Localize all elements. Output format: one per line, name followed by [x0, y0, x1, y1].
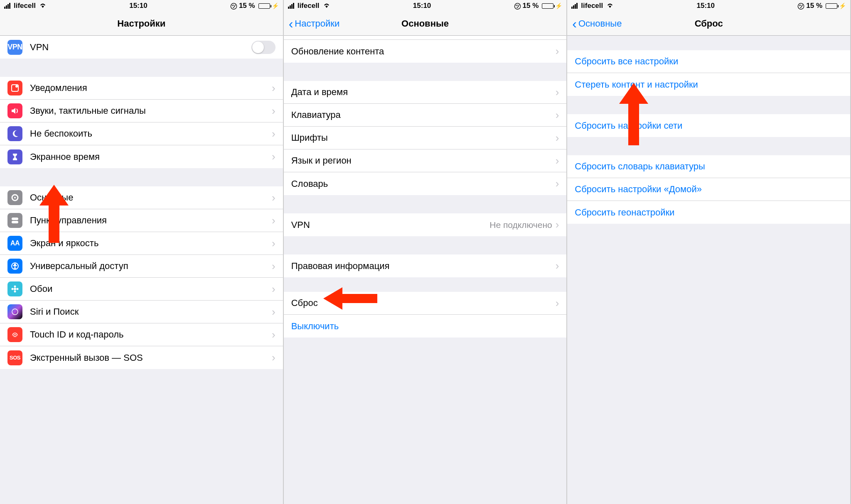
chevron-right-icon: › — [556, 154, 559, 167]
dnd-row[interactable]: Не беспокоить › — [0, 122, 283, 145]
reset-home-label: Сбросить настройки «Домой» — [575, 184, 843, 195]
language-row[interactable]: Язык и регион› — [284, 149, 567, 172]
chevron-right-icon: › — [272, 306, 275, 318]
svg-rect-4 — [12, 218, 18, 220]
chevron-right-icon: › — [272, 351, 275, 364]
erase-all-row[interactable]: Стереть контент и настройки — [567, 73, 850, 96]
chevron-right-icon: › — [556, 86, 559, 99]
battery-pct: 15 % — [523, 2, 539, 10]
textsize-icon: AA — [7, 236, 22, 251]
reset-all-label: Сбросить все настройки — [575, 56, 843, 67]
vpn-row[interactable]: VPN Не подключено › — [284, 213, 567, 236]
vpn-value: Не подключено — [489, 220, 552, 230]
wallpaper-row[interactable]: Обои › — [0, 278, 283, 301]
display-row[interactable]: AA Экран и яркость › — [0, 232, 283, 255]
screentime-row[interactable]: Экранное время › — [0, 145, 283, 168]
chevron-right-icon: › — [272, 283, 275, 296]
svg-point-3 — [14, 197, 16, 198]
sos-row[interactable]: SOS Экстренный вызов — SOS › — [0, 346, 283, 369]
status-left: lifecell — [4, 2, 47, 10]
battery-pct: 15 % — [806, 2, 822, 10]
wifi-icon — [323, 2, 330, 10]
status-bar: lifecell 15:10 ㋡ 15 % ⚡ — [284, 0, 567, 12]
orientation-lock-icon: ㋡ — [797, 1, 804, 11]
chevron-right-icon: › — [556, 297, 559, 310]
status-bar: lifecell 15:10 ㋡ 15 % ⚡ — [567, 0, 850, 12]
chevron-right-icon: › — [272, 214, 275, 227]
keyboard-row[interactable]: Клавиатура› — [284, 104, 567, 127]
back-button[interactable]: ‹ Настройки — [289, 18, 340, 29]
chevron-left-icon: ‹ — [289, 20, 293, 27]
keyboard-label: Клавиатура — [291, 110, 556, 120]
svg-point-10 — [14, 291, 16, 293]
chevron-right-icon: › — [272, 237, 275, 250]
siri-row[interactable]: Siri и Поиск › — [0, 301, 283, 323]
status-time: 15:10 — [413, 2, 431, 10]
dictionary-row[interactable]: Словарь› — [284, 172, 567, 195]
notifications-icon — [7, 81, 22, 95]
signal-icon — [4, 3, 10, 9]
touchid-row[interactable]: Touch ID и код-пароль › — [0, 323, 283, 346]
group-notifications: Уведомления › Звуки, тактильные сигналы … — [0, 77, 283, 168]
sounds-row[interactable]: Звуки, тактильные сигналы › — [0, 100, 283, 122]
charging-icon: ⚡ — [839, 2, 846, 9]
chevron-right-icon: › — [556, 45, 559, 58]
vpn-icon: VPN — [7, 40, 22, 55]
status-time: 15:10 — [129, 2, 147, 10]
reset-network-row[interactable]: Сбросить настройки сети — [567, 114, 850, 137]
reset-location-row[interactable]: Сбросить геонастройки — [567, 201, 850, 224]
vpn-label: VPN — [30, 42, 251, 53]
vpn-label: VPN — [291, 220, 490, 230]
reset-network-label: Сбросить настройки сети — [575, 120, 843, 131]
reset-all-row[interactable]: Сбросить все настройки — [567, 50, 850, 73]
back-button[interactable]: ‹ Основные — [572, 18, 622, 29]
dictionary-label: Словарь — [291, 179, 556, 189]
nav-header: ‹ Настройки Основные — [284, 12, 567, 36]
accessibility-row[interactable]: Универсальный доступ › — [0, 255, 283, 278]
accessibility-icon — [7, 259, 22, 274]
chevron-right-icon: › — [272, 127, 275, 140]
group-content-update: Обновление контента › — [284, 40, 567, 63]
vpn-row[interactable]: VPN VPN — [0, 36, 283, 59]
fonts-row[interactable]: Шрифты› — [284, 127, 567, 149]
group-reset-other: Сбросить словарь клавиатуры Сбросить нас… — [567, 155, 850, 224]
wifi-icon — [606, 2, 614, 10]
notifications-row[interactable]: Уведомления › — [0, 77, 283, 100]
chevron-right-icon: › — [272, 260, 275, 273]
sos-icon: SOS — [7, 350, 22, 365]
chevron-right-icon: › — [272, 191, 275, 204]
general-row[interactable]: Основные › — [0, 186, 283, 209]
shutdown-label: Выключить — [291, 321, 559, 332]
display-label: Экран и яркость — [30, 238, 272, 249]
fingerprint-icon — [7, 327, 22, 342]
group-vpn: VPN VPN — [0, 36, 283, 59]
control-center-row[interactable]: Пункт управления › — [0, 209, 283, 232]
fonts-label: Шрифты — [291, 132, 556, 143]
content-update-row[interactable]: Обновление контента › — [284, 40, 567, 63]
svg-point-9 — [14, 286, 16, 288]
general-label: Основные — [30, 192, 272, 203]
accessibility-label: Универсальный доступ — [30, 261, 272, 272]
group-reset-network: Сбросить настройки сети — [567, 114, 850, 137]
reset-home-row[interactable]: Сбросить настройки «Домой» — [567, 178, 850, 201]
nav-header: Настройки — [0, 12, 283, 36]
orientation-lock-icon: ㋡ — [230, 1, 237, 11]
carrier-label: lifecell — [298, 2, 320, 10]
flower-icon — [7, 281, 22, 296]
chevron-right-icon: › — [272, 150, 275, 163]
dnd-label: Не беспокоить — [30, 128, 272, 139]
shutdown-row[interactable]: Выключить — [284, 315, 567, 338]
group-vpn: VPN Не подключено › — [284, 213, 567, 236]
group-datetime: Дата и время› Клавиатура› Шрифты› Язык и… — [284, 81, 567, 195]
chevron-right-icon: › — [556, 109, 559, 122]
reset-dictionary-label: Сбросить словарь клавиатуры — [575, 161, 843, 172]
legal-label: Правовая информация — [291, 261, 556, 272]
reset-row[interactable]: Сброс› — [284, 292, 567, 315]
vpn-toggle[interactable] — [251, 41, 275, 54]
chevron-right-icon: › — [556, 218, 559, 231]
datetime-row[interactable]: Дата и время› — [284, 81, 567, 104]
chevron-right-icon: › — [556, 259, 559, 272]
reset-dictionary-row[interactable]: Сбросить словарь клавиатуры — [567, 155, 850, 178]
screentime-label: Экранное время — [30, 152, 272, 162]
legal-row[interactable]: Правовая информация› — [284, 254, 567, 277]
